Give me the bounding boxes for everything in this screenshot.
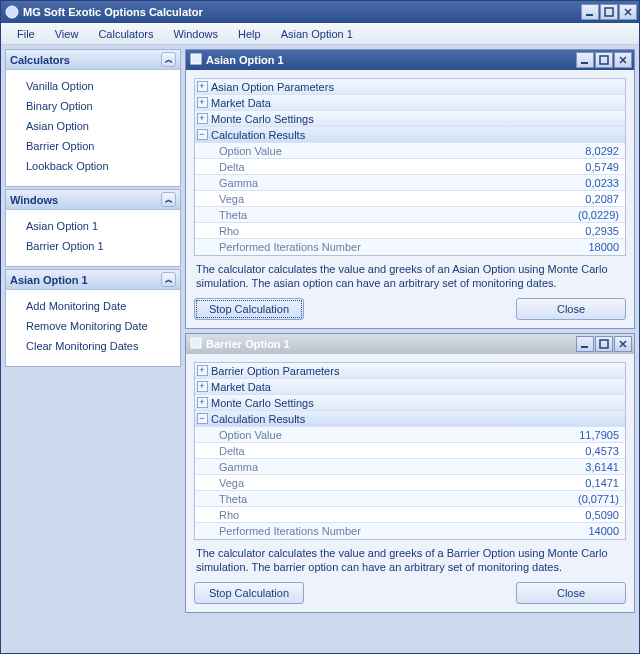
subwindow-titlebar-barrier[interactable]: Barrier Option 1: [186, 334, 634, 354]
sidebar-item-vanilla-option[interactable]: Vanilla Option: [10, 76, 176, 96]
row-gamma[interactable]: Gamma3,6141: [195, 459, 625, 475]
sidebar-header-windows[interactable]: Windows ︽: [6, 190, 180, 210]
barrier-button-row: Stop Calculation Close: [194, 582, 626, 604]
row-iterations[interactable]: Performed Iterations Number14000: [195, 523, 625, 539]
chevron-up-icon: ︽: [161, 192, 176, 207]
menu-help[interactable]: Help: [228, 25, 271, 43]
section-barrier-parameters[interactable]: +Barrier Option Parameters: [195, 363, 625, 379]
row-theta[interactable]: Theta(0,0229): [195, 207, 625, 223]
sidebar-body-calculators: Vanilla Option Binary Option Asian Optio…: [6, 70, 180, 186]
menu-windows[interactable]: Windows: [163, 25, 228, 43]
sidebar: Calculators ︽ Vanilla Option Binary Opti…: [5, 49, 181, 649]
svg-rect-10: [191, 338, 201, 348]
row-vega[interactable]: Vega0,2087: [195, 191, 625, 207]
sidebar-panel-calculators: Calculators ︽ Vanilla Option Binary Opti…: [5, 49, 181, 187]
section-market-data[interactable]: +Market Data: [195, 95, 625, 111]
subwindow-close-button[interactable]: [614, 336, 632, 352]
subwindow-titlebar-asian[interactable]: Asian Option 1: [186, 50, 634, 70]
expand-icon: +: [195, 395, 209, 410]
doc-icon: [190, 337, 202, 351]
section-calculation-results[interactable]: −Calculation Results: [195, 127, 625, 143]
collapse-icon: −: [195, 411, 209, 426]
sidebar-panel-windows: Windows ︽ Asian Option 1 Barrier Option …: [5, 189, 181, 267]
sidebar-item-asian-option-1[interactable]: Asian Option 1: [10, 216, 176, 236]
menubar: File View Calculators Windows Help Asian…: [1, 23, 639, 45]
menu-file[interactable]: File: [7, 25, 45, 43]
svg-rect-12: [600, 340, 608, 348]
svg-line-9: [620, 57, 626, 63]
minimize-button[interactable]: [581, 4, 599, 20]
sidebar-header-label: Calculators: [10, 54, 70, 66]
chevron-up-icon: ︽: [161, 272, 176, 287]
row-delta[interactable]: Delta0,4573: [195, 443, 625, 459]
sidebar-header-calculators[interactable]: Calculators ︽: [6, 50, 180, 70]
sidebar-item-clear-monitoring-dates[interactable]: Clear Monitoring Dates: [10, 336, 176, 356]
subwindow-maximize-button[interactable]: [595, 336, 613, 352]
section-market-data[interactable]: +Market Data: [195, 379, 625, 395]
subwindow-body-asian: +Asian Option Parameters +Market Data +M…: [186, 70, 634, 328]
subwindow-title: Barrier Option 1: [206, 338, 576, 350]
sidebar-header-label: Windows: [10, 194, 58, 206]
subwindow-controls-asian: [576, 52, 632, 68]
workspace: Calculators ︽ Vanilla Option Binary Opti…: [1, 45, 639, 653]
main-window: MG Soft Exotic Options Calculator File V…: [0, 0, 640, 654]
subwindow-minimize-button[interactable]: [576, 336, 594, 352]
subwindow-close-button[interactable]: [614, 52, 632, 68]
row-theta[interactable]: Theta(0,0771): [195, 491, 625, 507]
svg-line-4: [625, 9, 631, 15]
svg-line-8: [620, 57, 626, 63]
menu-view[interactable]: View: [45, 25, 89, 43]
svg-rect-2: [605, 8, 613, 16]
sidebar-panel-asian-option: Asian Option 1 ︽ Add Monitoring Date Rem…: [5, 269, 181, 367]
chevron-up-icon: ︽: [161, 52, 176, 67]
expand-icon: +: [195, 363, 209, 378]
sidebar-item-asian-option[interactable]: Asian Option: [10, 116, 176, 136]
subwindow-maximize-button[interactable]: [595, 52, 613, 68]
row-vega[interactable]: Vega0,1471: [195, 475, 625, 491]
close-button[interactable]: Close: [516, 582, 626, 604]
subwindow-controls-barrier: [576, 336, 632, 352]
stop-calculation-button[interactable]: Stop Calculation: [194, 582, 304, 604]
row-gamma[interactable]: Gamma0,0233: [195, 175, 625, 191]
sidebar-item-barrier-option[interactable]: Barrier Option: [10, 136, 176, 156]
menu-asian-option-1[interactable]: Asian Option 1: [271, 25, 363, 43]
row-option-value[interactable]: Option Value11,7905: [195, 427, 625, 443]
row-iterations[interactable]: Performed Iterations Number18000: [195, 239, 625, 255]
sidebar-item-add-monitoring-date[interactable]: Add Monitoring Date: [10, 296, 176, 316]
maximize-button[interactable]: [600, 4, 618, 20]
sidebar-item-barrier-option-1[interactable]: Barrier Option 1: [10, 236, 176, 256]
expand-icon: +: [195, 95, 209, 110]
sidebar-item-binary-option[interactable]: Binary Option: [10, 96, 176, 116]
subwindow-title: Asian Option 1: [206, 54, 576, 66]
row-option-value[interactable]: Option Value8,0292: [195, 143, 625, 159]
expand-icon: +: [195, 79, 209, 94]
row-rho[interactable]: Rho0,5090: [195, 507, 625, 523]
asian-button-row: Stop Calculation Close: [194, 298, 626, 320]
sidebar-header-asian-option[interactable]: Asian Option 1 ︽: [6, 270, 180, 290]
section-calculation-results[interactable]: −Calculation Results: [195, 411, 625, 427]
barrier-description: The calculator calculates the value and …: [196, 546, 624, 574]
section-asian-parameters[interactable]: +Asian Option Parameters: [195, 79, 625, 95]
row-delta[interactable]: Delta0,5749: [195, 159, 625, 175]
stop-calculation-button[interactable]: Stop Calculation: [194, 298, 304, 320]
asian-description: The calculator calculates the value and …: [196, 262, 624, 290]
close-button[interactable]: Close: [516, 298, 626, 320]
app-title: MG Soft Exotic Options Calculator: [23, 6, 581, 18]
svg-line-13: [620, 341, 626, 347]
sidebar-item-lookback-option[interactable]: Lookback Option: [10, 156, 176, 176]
section-monte-carlo[interactable]: +Monte Carlo Settings: [195, 395, 625, 411]
svg-rect-6: [581, 62, 588, 64]
svg-line-14: [620, 341, 626, 347]
section-monte-carlo[interactable]: +Monte Carlo Settings: [195, 111, 625, 127]
barrier-property-grid: +Barrier Option Parameters +Market Data …: [194, 362, 626, 540]
svg-line-3: [625, 9, 631, 15]
close-button[interactable]: [619, 4, 637, 20]
asian-property-grid: +Asian Option Parameters +Market Data +M…: [194, 78, 626, 256]
subwindow-barrier-option: Barrier Option 1 +Barrier Option Paramet…: [185, 333, 635, 613]
row-rho[interactable]: Rho0,2935: [195, 223, 625, 239]
sidebar-item-remove-monitoring-date[interactable]: Remove Monitoring Date: [10, 316, 176, 336]
menu-calculators[interactable]: Calculators: [88, 25, 163, 43]
subwindow-minimize-button[interactable]: [576, 52, 594, 68]
main-window-controls: [581, 4, 637, 20]
app-icon: [5, 5, 19, 19]
